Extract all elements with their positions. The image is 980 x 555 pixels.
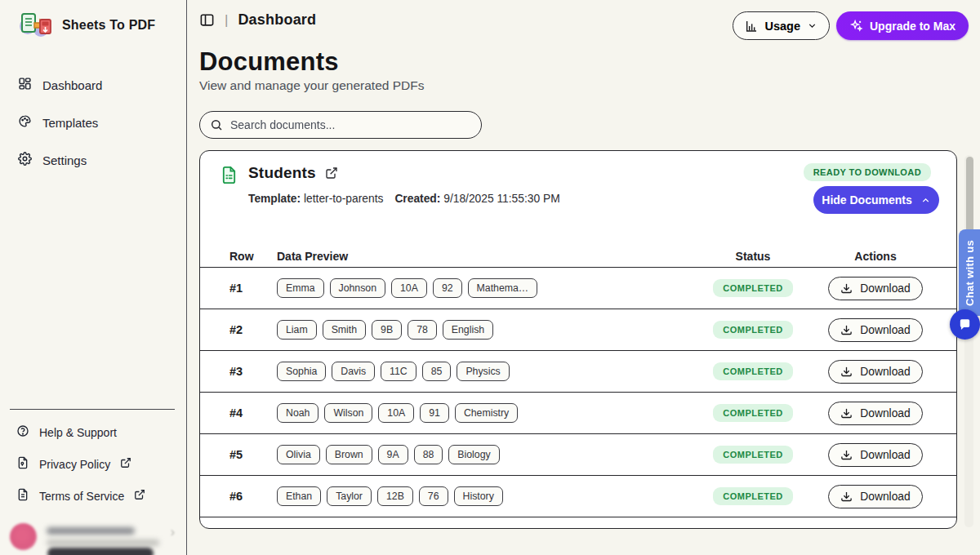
- data-preview-chips: EmmaJohnson10A92Mathema…: [277, 278, 692, 298]
- table-row: #1 EmmaJohnson10A92Mathema… COMPLETED Do…: [200, 268, 956, 309]
- download-button-label: Download: [860, 366, 910, 378]
- breadcrumb-divider: |: [225, 12, 228, 29]
- data-chip: Liam: [277, 320, 317, 340]
- data-chip: Mathema…: [468, 278, 538, 298]
- data-chip: Emma: [277, 278, 324, 298]
- main-content: | Dashboard Usage: [188, 0, 980, 555]
- document-title: Students: [248, 164, 316, 182]
- data-chip: Sophia: [277, 362, 326, 381]
- table-row: #3 SophiaDavis11C85Physics COMPLETED Dow…: [200, 351, 956, 393]
- search-input[interactable]: [230, 118, 471, 131]
- chevron-down-icon: [807, 20, 817, 31]
- hide-documents-button[interactable]: Hide Documents: [813, 186, 939, 214]
- sidebar-item-label: Settings: [42, 153, 87, 167]
- sidebar-item-privacy-policy[interactable]: Privacy Policy: [13, 453, 173, 475]
- column-header-actions: Actions: [814, 250, 937, 263]
- column-header-status: Status: [692, 250, 814, 263]
- download-icon: [840, 282, 853, 295]
- row-number: #3: [229, 365, 277, 378]
- data-chip: 85: [422, 362, 452, 381]
- chat-with-us-tab[interactable]: Chat with us: [959, 229, 980, 316]
- topbar-actions: Usage Upgrade to Max: [733, 11, 969, 40]
- document-card-header: Students Template: letter-to-parents Cre…: [200, 151, 956, 246]
- sidebar-toggle-button[interactable]: [199, 12, 215, 28]
- row-number: #1: [229, 282, 277, 295]
- palette-icon: [18, 114, 32, 131]
- table-row: #6 EthanTaylor12B76History COMPLETED Dow…: [200, 476, 956, 517]
- chevron-right-icon: ›: [171, 525, 175, 539]
- sparkles-icon: [849, 19, 863, 33]
- table-row: #4 NoahWilson10A91Chemistry COMPLETED Do…: [200, 393, 956, 434]
- data-chip: Biology: [448, 445, 499, 464]
- sidebar-divider: [10, 409, 175, 410]
- document-icon: [16, 488, 29, 504]
- sidebar-item-label: Dashboard: [42, 78, 102, 92]
- row-number: #4: [229, 406, 277, 420]
- data-chip: Johnson: [330, 278, 386, 298]
- documents-table-header: Row Data Preview Status Actions: [200, 246, 956, 268]
- search-icon: [210, 118, 223, 131]
- user-identity-blurred: [47, 527, 159, 546]
- sidebar-item-settings[interactable]: Settings: [13, 147, 173, 173]
- sidebar-item-terms-of-service[interactable]: Terms of Service: [13, 485, 173, 507]
- sidebar-footer: Help & Support Privacy Policy: [0, 421, 186, 515]
- download-button[interactable]: Download: [828, 277, 922, 300]
- row-number: #2: [229, 323, 277, 336]
- sidebar-item-help-support[interactable]: Help & Support: [13, 421, 173, 443]
- created-value: 9/18/2025 11:55:30 PM: [443, 193, 559, 205]
- page-title: Documents: [199, 47, 339, 77]
- breadcrumb: Dashboard: [238, 11, 316, 29]
- download-button[interactable]: Download: [828, 443, 922, 467]
- external-link-icon: [120, 457, 131, 471]
- download-button[interactable]: Download: [828, 318, 922, 342]
- help-circle-icon: [16, 424, 29, 440]
- download-icon: [840, 491, 853, 503]
- data-chip: 12B: [377, 486, 413, 506]
- document-meta: Template: letter-to-parents Created: 9/1…: [248, 193, 560, 205]
- download-button[interactable]: Download: [828, 360, 922, 384]
- dashboard-grid-icon: [18, 77, 32, 93]
- column-header-data-preview: Data Preview: [277, 250, 692, 263]
- upgrade-to-max-button[interactable]: Upgrade to Max: [836, 11, 969, 40]
- download-icon: [840, 324, 853, 336]
- status-badge: COMPLETED: [713, 487, 793, 505]
- document-card: Students Template: letter-to-parents Cre…: [199, 150, 957, 529]
- row-number: #5: [229, 448, 277, 461]
- row-number: #6: [229, 490, 277, 503]
- status-badge: COMPLETED: [713, 404, 793, 422]
- sidebar-nav: Dashboard Templates Settings: [0, 72, 186, 173]
- download-button-label: Download: [860, 324, 910, 336]
- open-external-icon[interactable]: [325, 166, 338, 180]
- sidebar-item-label: Help & Support: [39, 426, 117, 439]
- template-label: Template:: [248, 193, 301, 205]
- bar-chart-icon: [745, 20, 758, 33]
- sidebar-item-templates[interactable]: Templates: [13, 109, 173, 135]
- download-button[interactable]: Download: [828, 485, 922, 508]
- chat-bubble-button[interactable]: [950, 309, 980, 340]
- download-button[interactable]: Download: [828, 402, 922, 425]
- app-logo-icon: [16, 10, 52, 41]
- ready-to-download-badge: READY TO DOWNLOAD: [804, 163, 931, 181]
- gear-icon: [18, 152, 32, 168]
- chevron-up-icon: [920, 195, 931, 206]
- download-icon: [840, 449, 853, 461]
- data-chip: 11C: [381, 362, 416, 381]
- table-row: #5 OliviaBrown9A88Biology COMPLETED Down…: [200, 434, 956, 476]
- usage-button[interactable]: Usage: [733, 11, 830, 40]
- spreadsheet-file-icon: [220, 166, 238, 188]
- usage-button-label: Usage: [764, 20, 800, 33]
- data-chip: 10A: [391, 278, 427, 298]
- data-chip: Chemistry: [455, 403, 518, 423]
- data-chip: English: [443, 320, 493, 340]
- chat-bubble-icon: [958, 317, 972, 331]
- table-row: #2 LiamSmith9B78English COMPLETED Downlo…: [200, 309, 956, 351]
- data-chip: 9A: [378, 445, 408, 464]
- sidebar-item-dashboard[interactable]: Dashboard: [13, 72, 173, 98]
- app-title: Sheets To PDF: [62, 18, 155, 33]
- data-preview-chips: SophiaDavis11C85Physics: [277, 362, 692, 381]
- created-label: Created:: [394, 193, 440, 205]
- upgrade-button-label: Upgrade to Max: [870, 20, 956, 33]
- data-chip: 91: [420, 403, 449, 423]
- download-icon: [840, 407, 853, 420]
- status-badge: COMPLETED: [713, 321, 793, 339]
